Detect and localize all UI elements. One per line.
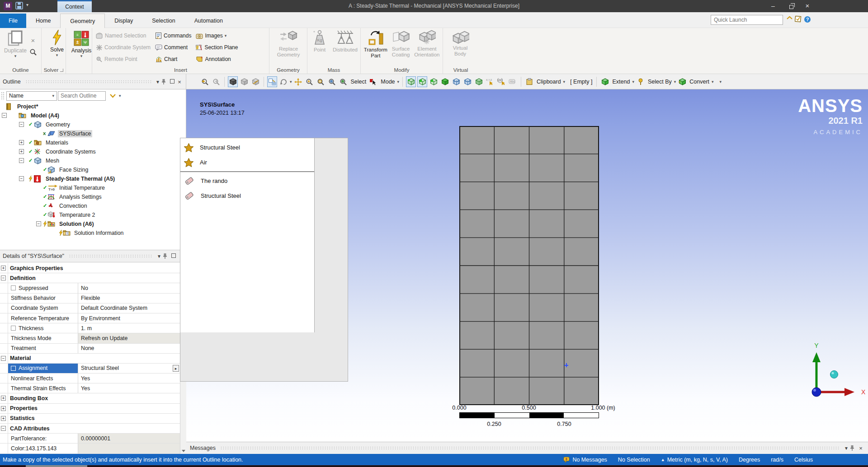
annotation-button[interactable]: Annotation <box>196 53 238 65</box>
details-property-value[interactable]: Default Coordinate System <box>78 304 180 313</box>
tree-item-label[interactable]: Project* <box>16 103 39 110</box>
analysis-button[interactable]: ≡±Ψ Analysis ▾ <box>69 30 94 58</box>
tree-item[interactable]: iSolution Information <box>0 229 180 238</box>
help-icon[interactable]: ? <box>804 16 811 23</box>
details-property-value[interactable]: 1. m <box>78 323 180 333</box>
convert-dropdown[interactable]: Convert <box>689 79 709 85</box>
collapse-icon[interactable]: − <box>19 176 24 181</box>
material-option[interactable]: Structural Steel <box>180 188 314 203</box>
details-property-label[interactable]: Thickness Mode <box>8 333 78 343</box>
clipboard-dropdown[interactable]: Clipboard <box>537 79 561 85</box>
find-button[interactable] <box>29 48 37 56</box>
details-property-label[interactable]: Assignment <box>8 364 78 373</box>
context-tab[interactable]: Context <box>57 0 92 12</box>
label-pick-icon[interactable]: Abc <box>508 76 518 87</box>
details-property-value[interactable]: Refresh on Update <box>78 333 180 343</box>
checkbox-icon[interactable] <box>11 326 16 331</box>
coordinate-pick-icon[interactable]: X,Y,Z <box>485 76 495 87</box>
tree-item[interactable]: −✓Geometry <box>0 120 180 129</box>
tree-item[interactable]: ✓Analysis Settings <box>0 192 180 201</box>
element-orientation-button[interactable]: Element Orientation <box>414 30 440 66</box>
chart-button[interactable]: Chart <box>155 53 191 65</box>
tree-item-label[interactable]: Materials <box>44 139 70 146</box>
panel-menu-icon[interactable]: ▼ <box>156 254 163 259</box>
zoom-all-icon[interactable] <box>339 76 349 87</box>
details-property-label[interactable]: Suppressed <box>8 283 78 293</box>
clipboard-icon[interactable] <box>524 76 534 87</box>
collapse-icon[interactable]: − <box>19 122 24 127</box>
surface-coating-button[interactable]: Surface Coating <box>390 30 412 66</box>
delete-button[interactable]: × <box>31 37 35 44</box>
material-option[interactable]: Structural Steel <box>180 140 314 155</box>
pan-icon[interactable] <box>293 76 303 87</box>
zoom-box-icon[interactable] <box>327 76 337 87</box>
tree-item-label[interactable]: Solution (A6) <box>58 220 95 228</box>
details-property-value[interactable]: Yes <box>78 374 180 383</box>
convert-icon[interactable] <box>677 76 687 87</box>
tree-item[interactable]: −✓Mesh <box>0 156 180 165</box>
details-row[interactable]: +Graphics Properties <box>0 263 180 273</box>
filter-element-face-icon[interactable] <box>462 76 472 87</box>
zoom-fit-icon[interactable] <box>316 76 326 87</box>
details-row[interactable]: PartTolerance:0.00000001 <box>0 434 180 444</box>
tree-item[interactable]: xSYS\Surface <box>0 129 180 138</box>
shaded-exterior-icon[interactable] <box>228 76 238 87</box>
details-row[interactable]: +Bounding Box <box>0 393 180 403</box>
zoom-in-icon[interactable] <box>305 76 315 87</box>
tree-item-label[interactable]: Analysis Settings <box>58 193 103 201</box>
tree-item-label[interactable]: Steady-State Thermal (A5) <box>44 175 116 182</box>
tree-item[interactable]: −Solution (A6) <box>0 219 180 229</box>
details-row[interactable]: Color:143.175.143 <box>0 444 180 453</box>
section-plane-toggle-icon[interactable] <box>267 76 277 87</box>
expand-icon[interactable]: + <box>1 416 6 421</box>
zoom-previous-icon[interactable] <box>200 76 210 87</box>
collapse-icon[interactable]: − <box>2 113 7 118</box>
details-row[interactable]: −Material <box>0 354 180 364</box>
tab-display[interactable]: Display <box>105 14 142 28</box>
remote-point-button[interactable]: Remote Point <box>96 53 151 65</box>
close-button[interactable]: × <box>800 0 815 12</box>
select-by-icon[interactable] <box>636 76 646 87</box>
tree-item[interactable]: ✓T=0Initial Temperature <box>0 183 180 192</box>
coordinate-system-button[interactable]: Coordinate System <box>96 42 151 53</box>
details-row[interactable]: Coordinate SystemDefault Coordinate Syst… <box>0 304 180 313</box>
details-row[interactable]: +Statistics <box>0 414 180 424</box>
search-expand-icon[interactable] <box>109 93 116 98</box>
collapse-icon[interactable]: − <box>1 276 6 280</box>
section-plane-button[interactable]: Section Plane <box>196 42 238 53</box>
details-property-label[interactable]: Treatment <box>8 344 78 353</box>
quick-access-dropdown-icon[interactable]: ▾ <box>26 2 28 7</box>
expand-icon[interactable]: + <box>1 396 6 401</box>
extend-dropdown[interactable]: Extend <box>612 79 630 85</box>
quick-launch-input[interactable] <box>711 15 783 25</box>
details-row[interactable]: +Properties <box>0 404 180 414</box>
filter-vertex-icon[interactable] <box>406 76 416 87</box>
flyout-arrow-icon[interactable]: ▸ <box>173 365 179 372</box>
tree-item[interactable]: ✓Face Sizing <box>0 165 180 174</box>
details-property-label[interactable]: Reference Temperature <box>8 313 78 323</box>
messages-bar[interactable]: Messages ▼ × <box>186 442 868 454</box>
collapse-ribbon-icon[interactable] <box>787 16 793 20</box>
float-icon[interactable] <box>169 79 176 84</box>
details-row[interactable]: AssignmentStructural Steel▸ <box>0 364 180 374</box>
details-row[interactable]: Reference TemperatureBy Environment <box>0 313 180 323</box>
tree-item[interactable]: ✓Convection <box>0 201 180 210</box>
search-outline-input[interactable] <box>58 92 105 100</box>
duplicate-button[interactable]: Duplicate ▾ <box>3 30 28 58</box>
pin-icon[interactable] <box>850 445 857 451</box>
details-property-label[interactable]: Nonlinear Effects <box>8 374 78 383</box>
drag-texture[interactable] <box>69 254 153 258</box>
no-messages-indicator[interactable]: 0No Messages <box>563 457 607 463</box>
drag-texture[interactable] <box>220 446 840 450</box>
close-panel-icon[interactable]: × <box>857 445 864 452</box>
details-row[interactable]: Nonlinear EffectsYes <box>0 374 180 383</box>
details-property-value[interactable]: None <box>78 344 180 353</box>
dialog-launcher-icon[interactable] <box>60 69 63 72</box>
details-row[interactable]: SuppressedNo <box>0 283 180 293</box>
show-mesh-icon[interactable] <box>250 76 260 87</box>
collapse-icon[interactable]: − <box>19 158 24 163</box>
tree-item[interactable]: −Model (A4) <box>0 111 180 120</box>
angle-unit-indicator[interactable]: Degrees <box>739 457 760 463</box>
named-selection-button[interactable]: Named Selection <box>96 30 151 42</box>
details-property-label[interactable]: PartTolerance: <box>8 434 78 443</box>
